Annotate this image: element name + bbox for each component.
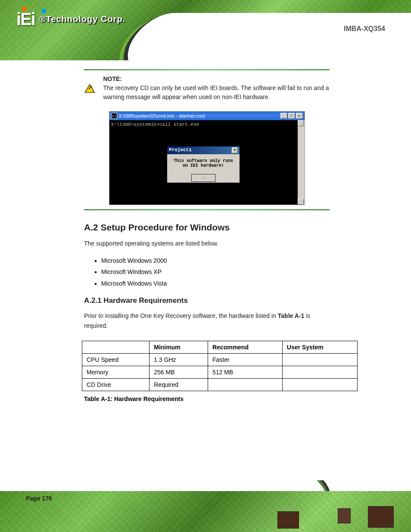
table-cell: Memory bbox=[82, 366, 149, 379]
dialog-titlebar: Project1 × bbox=[167, 146, 240, 154]
table-caption: Table A-1: Hardware Requirements bbox=[84, 395, 330, 402]
logo-text: iEi bbox=[16, 9, 35, 29]
table-cell bbox=[208, 379, 282, 391]
table-cell bbox=[282, 366, 357, 379]
table-cell: 1.3 GHz bbox=[149, 354, 208, 366]
footer-strip bbox=[0, 491, 411, 532]
table-row: CD Drive Required bbox=[82, 379, 358, 391]
table-cell: Required bbox=[149, 379, 208, 391]
scroll-up-icon[interactable]: ▲ bbox=[298, 120, 304, 126]
note-label: NOTE: bbox=[103, 75, 122, 82]
chip-icon bbox=[368, 506, 394, 528]
table-cell bbox=[282, 354, 357, 366]
table-cell bbox=[282, 379, 357, 391]
cmd-line: X:\I386\system32>call start.exe bbox=[111, 122, 296, 127]
logo-iei-text: iEi bbox=[16, 9, 35, 28]
requirements-table: Minimum Recommend User System CPU Speed … bbox=[82, 341, 358, 391]
embedded-screenshot: c:\ X:\I386\system32\cmd.exe - startnet.… bbox=[84, 111, 330, 205]
table-reference: Table A-1 bbox=[278, 312, 304, 319]
table-row: Minimum Recommend User System bbox=[82, 341, 358, 354]
warning-dialog: Project1 × This software only runs on IE… bbox=[167, 146, 240, 183]
divider-top bbox=[84, 69, 330, 70]
table-cell: CD Drive bbox=[82, 379, 149, 391]
divider-bottom bbox=[84, 209, 330, 210]
close-icon[interactable]: × bbox=[296, 113, 303, 119]
note-body: NOTE: The recovery CD can only be used w… bbox=[103, 75, 330, 102]
dialog-message: This software only runs on IEI hardware! bbox=[167, 154, 240, 171]
table-row: Memory 256 MB 512 MB bbox=[82, 366, 358, 379]
table-cell: 256 MB bbox=[149, 366, 208, 379]
page-number: Page 176 bbox=[26, 495, 52, 502]
logo-block: iEi ®Technology Corp. bbox=[16, 9, 125, 29]
chip-icon bbox=[338, 508, 351, 523]
list-item: Microsoft Windows Vista bbox=[101, 278, 330, 289]
note-block: NOTE: The recovery CD can only be used w… bbox=[84, 75, 330, 102]
minimize-icon[interactable]: _ bbox=[280, 113, 287, 119]
page-content: NOTE: The recovery CD can only be used w… bbox=[84, 67, 330, 402]
note-text: The recovery CD can only be used with IE… bbox=[103, 84, 330, 102]
ok-button[interactable]: OK bbox=[191, 174, 215, 182]
product-name: IMBA-XQ354 bbox=[344, 25, 385, 33]
window-controls: _ □ × bbox=[280, 113, 303, 119]
top-banner: IMBA-XQ354 iEi ®Technology Corp. bbox=[0, 0, 411, 60]
logo-subtitle: ®Technology Corp. bbox=[39, 14, 125, 24]
list-item: Microsoft Windows 2000 bbox=[101, 255, 330, 267]
scroll-down-icon[interactable]: ▼ bbox=[298, 199, 304, 205]
dialog-title-text: Project1 bbox=[169, 147, 192, 153]
table-header-cell: User System bbox=[282, 341, 357, 354]
os-list: Microsoft Windows 2000 Microsoft Windows… bbox=[101, 255, 330, 289]
table-row: CPU Speed 1.3 GHz Faster bbox=[82, 354, 358, 366]
table-header-cell bbox=[82, 341, 149, 354]
maximize-icon[interactable]: □ bbox=[288, 113, 295, 119]
section-subheading: A.2.1 Hardware Requirements bbox=[84, 296, 330, 305]
warning-triangle-icon bbox=[84, 80, 95, 97]
table-cell: CPU Speed bbox=[82, 354, 149, 366]
cmd-body: X:\I386\system32>call start.exe ▲ ▼ Proj… bbox=[109, 120, 305, 205]
cmd-title-text: X:\I386\system32\cmd.exe - startnet.cmd bbox=[119, 113, 280, 118]
section-para-2: Prior to installing the One Key Recovery… bbox=[84, 311, 330, 332]
para-text: Prior to installing the One Key Recovery… bbox=[84, 312, 276, 319]
list-item: Microsoft Windows XP bbox=[101, 266, 330, 278]
logo-orange-dot-icon bbox=[22, 7, 27, 11]
bottom-banner: Page 176 bbox=[0, 480, 411, 532]
logo-blue-dot-icon bbox=[41, 9, 46, 13]
cmd-window: c:\ X:\I386\system32\cmd.exe - startnet.… bbox=[109, 111, 305, 205]
table-cell: 512 MB bbox=[208, 366, 282, 379]
scrollbar[interactable]: ▲ ▼ bbox=[298, 120, 305, 205]
cmd-prompt-icon: c:\ bbox=[111, 113, 117, 119]
chip-icon bbox=[277, 511, 299, 529]
table-cell: Faster bbox=[208, 354, 282, 366]
table-header-cell: Recommend bbox=[208, 341, 282, 354]
section-para-1: The supported operating systems are list… bbox=[84, 239, 330, 249]
dialog-close-icon[interactable]: × bbox=[232, 147, 238, 153]
cmd-titlebar: c:\ X:\I386\system32\cmd.exe - startnet.… bbox=[109, 112, 305, 120]
section-heading: A.2 Setup Procedure for Windows bbox=[84, 222, 330, 233]
table-header-cell: Minimum bbox=[149, 341, 208, 354]
